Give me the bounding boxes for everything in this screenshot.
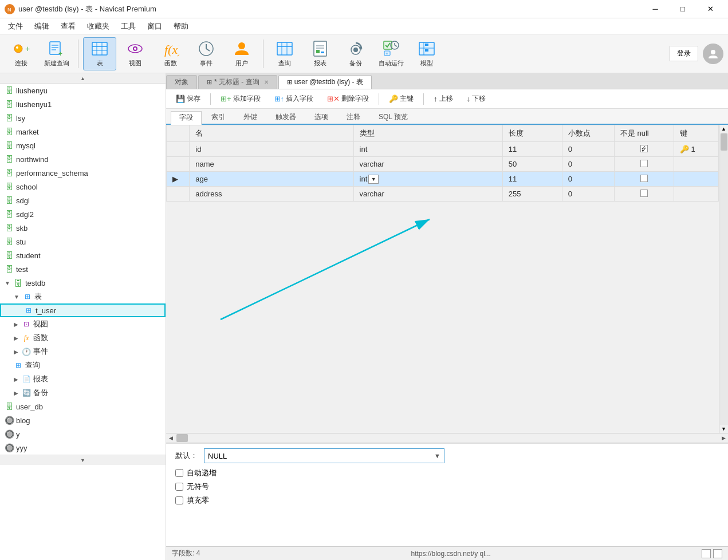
zerofill-row[interactable]: 填充零	[175, 495, 719, 506]
status-icon-2[interactable]	[713, 549, 722, 558]
toolbar-function[interactable]: f(x) 函数	[154, 37, 187, 70]
field-notnull[interactable]: ✓	[614, 142, 674, 157]
move-up-button[interactable]: ↑ 上移	[428, 92, 458, 106]
close-button[interactable]: ✕	[697, 1, 723, 18]
sidebar-item-stu[interactable]: 🗄 stu	[0, 235, 166, 249]
sidebar-item-tables-folder[interactable]: ▼ ⊞ 表	[0, 290, 166, 303]
toolbar-new-query[interactable]: + 新建查询	[40, 37, 73, 70]
sidebar-item-mysql[interactable]: 🗄 mysql	[0, 139, 166, 152]
field-decimal[interactable]: 0	[562, 142, 614, 157]
field-notnull[interactable]	[614, 157, 674, 172]
sidebar-item-performance-schema[interactable]: 🗄 performance_schema	[0, 166, 166, 180]
maximize-button[interactable]: □	[670, 1, 696, 18]
sidebar-item-market[interactable]: 🗄 market	[0, 125, 166, 139]
insert-field-button[interactable]: ⊞↑ 插入字段	[269, 92, 319, 106]
subtab-fields[interactable]: 字段	[171, 111, 202, 125]
field-decimal[interactable]: 0	[562, 172, 614, 187]
toolbar-report[interactable]: 报表	[304, 37, 337, 70]
toolbar-table[interactable]: 表	[83, 37, 116, 70]
sidebar-item-y[interactable]: 🔘 y	[0, 427, 166, 441]
auto-increment-row[interactable]: 自动递增	[175, 468, 719, 478]
field-length[interactable]: 50	[502, 157, 562, 172]
field-name[interactable]: address	[190, 187, 353, 202]
menu-window[interactable]: 窗口	[141, 19, 168, 34]
sidebar-item-yyy[interactable]: 🔘 yyy	[0, 441, 166, 455]
table-row[interactable]: address varchar 255 0	[167, 187, 719, 202]
sidebar-item-queries-folder[interactable]: ⊞ 查询	[0, 358, 166, 372]
tab-objects[interactable]: 对象	[166, 75, 197, 89]
sidebar-item-events-folder[interactable]: ▶ 🕐 事件	[0, 345, 166, 358]
table-row[interactable]: id int 11 0 ✓ 🔑 1	[167, 142, 719, 157]
field-type[interactable]: varchar	[353, 187, 502, 202]
subtab-comments[interactable]: 注释	[338, 110, 369, 124]
h-scroll-right[interactable]: ▶	[719, 433, 728, 443]
zerofill-checkbox[interactable]	[175, 496, 183, 504]
field-decimal[interactable]: 0	[562, 157, 614, 172]
sidebar-item-backups-folder[interactable]: ▶ 🔄 备份	[0, 386, 166, 400]
menu-view[interactable]: 查看	[55, 19, 81, 34]
type-dropdown-arrow[interactable]: ▼	[368, 175, 379, 184]
add-field-button[interactable]: ⊞+ 添加字段	[215, 92, 266, 106]
notnull-checkbox[interactable]: ✓	[640, 145, 648, 152]
minimize-button[interactable]: ─	[642, 1, 668, 18]
primary-key-button[interactable]: 🔑 主键	[384, 92, 419, 106]
field-type[interactable]: int ▼	[353, 172, 502, 187]
toolbar-event[interactable]: 事件	[190, 37, 223, 70]
login-button[interactable]: 登录	[670, 46, 698, 61]
sidebar-item-test[interactable]: 🗄 test	[0, 262, 166, 276]
sidebar-scroll-up[interactable]: ▲	[0, 73, 166, 84]
notnull-checkbox[interactable]	[640, 175, 648, 182]
sidebar-item-views-folder[interactable]: ▶ ⊡ 视图	[0, 317, 166, 331]
sidebar-item-t-user[interactable]: ⊞ t_user	[0, 303, 166, 317]
unsigned-row[interactable]: 无符号	[175, 482, 719, 492]
toolbar-model[interactable]: 模型	[410, 37, 443, 70]
move-down-button[interactable]: ↓ 下移	[462, 92, 491, 106]
sidebar-scroll-down[interactable]: ▼	[0, 455, 166, 465]
sidebar-item-sdgl[interactable]: 🗄 sdgl	[0, 194, 166, 207]
field-notnull[interactable]	[614, 172, 674, 187]
field-name[interactable]: name	[190, 157, 353, 172]
h-scroll-left[interactable]: ◀	[166, 433, 175, 443]
toolbar-view[interactable]: 视图	[119, 37, 152, 70]
sidebar-item-functions-folder[interactable]: ▶ fx 函数	[0, 331, 166, 345]
tab-table-editor[interactable]: ⊞ user @testdb (lsy) - 表	[278, 75, 372, 89]
notnull-checkbox[interactable]	[640, 190, 648, 197]
field-decimal[interactable]: 0	[562, 187, 614, 202]
h-scroll-thumb[interactable]	[176, 434, 188, 442]
field-type[interactable]: varchar	[353, 157, 502, 172]
subtab-triggers[interactable]: 触发器	[267, 110, 305, 124]
sidebar-item-reports-folder[interactable]: ▶ 📄 报表	[0, 372, 166, 386]
menu-help[interactable]: 帮助	[168, 19, 194, 34]
status-icon-1[interactable]	[702, 549, 711, 558]
type-dropdown[interactable]: int ▼	[360, 175, 497, 184]
toolbar-query[interactable]: 查询	[268, 37, 301, 70]
toolbar-autorun[interactable]: ≡ 自动运行	[375, 37, 408, 70]
table-row[interactable]: ▶ age int ▼ 11 0	[167, 172, 719, 187]
subtab-foreign-keys[interactable]: 外键	[235, 110, 266, 124]
subtab-options[interactable]: 选项	[306, 110, 337, 124]
menu-edit[interactable]: 编辑	[29, 19, 55, 34]
scroll-up-arrow[interactable]: ▲	[720, 125, 728, 133]
tab-query[interactable]: ⊞ * 无标题 - 查询 ✕	[198, 75, 277, 89]
auto-increment-checkbox[interactable]	[175, 469, 183, 477]
sidebar-item-northwind[interactable]: 🗄 northwind	[0, 152, 166, 166]
field-length[interactable]: 11	[502, 172, 562, 187]
sidebar-item-school[interactable]: 🗄 school	[0, 180, 166, 194]
toolbar-connect[interactable]: + 连接	[5, 37, 38, 70]
field-name[interactable]: age	[190, 172, 353, 187]
field-notnull[interactable]	[614, 187, 674, 202]
scroll-thumb[interactable]	[721, 133, 727, 151]
menu-tools[interactable]: 工具	[115, 19, 141, 34]
unsigned-checkbox[interactable]	[175, 483, 183, 491]
default-dropdown[interactable]: NULL ▼	[204, 448, 444, 463]
sidebar-item-lsy[interactable]: 🗄 lsy	[0, 111, 166, 125]
menu-favorites[interactable]: 收藏夹	[81, 19, 115, 34]
scroll-down-arrow[interactable]: ▼	[720, 425, 728, 433]
sidebar-item-skb[interactable]: 🗄 skb	[0, 221, 166, 235]
sidebar-item-testdb[interactable]: ▼ 🗄 testdb	[0, 276, 166, 290]
menu-file[interactable]: 文件	[2, 19, 29, 34]
sidebar-item-sdgl2[interactable]: 🗄 sdgl2	[0, 207, 166, 221]
sidebar-item-student[interactable]: 🗄 student	[0, 249, 166, 262]
toolbar-backup[interactable]: 备份	[339, 37, 372, 70]
field-length[interactable]: 255	[502, 187, 562, 202]
